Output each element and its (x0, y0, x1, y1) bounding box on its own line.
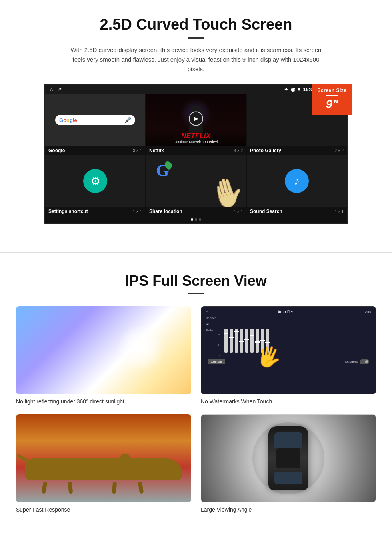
settings-app-name: Settings shortcut (48, 209, 88, 214)
netflix-overlay: NETFLIX Continue Marvel's Daredevil (146, 130, 246, 146)
location-icon: ◉ (291, 86, 295, 92)
eq-bar-1 (224, 329, 228, 353)
amp-toggle[interactable] (360, 359, 369, 364)
app-cell-google[interactable]: Google 🎤 Google 3 × 1 (45, 94, 145, 155)
cheetah-leg3 (112, 482, 117, 494)
music-icon-wrap: ♪ (285, 169, 309, 193)
google-app-size: 3 × 1 (133, 149, 142, 153)
netflix-subtitle: Continue Marvel's Daredevil (149, 140, 243, 144)
sound-search-app-name: Sound Search (250, 209, 282, 214)
amp-db-labels: 10 0 -10 (218, 333, 221, 357)
usb-icon: ⎇ (56, 87, 62, 92)
badge-divider (326, 95, 338, 96)
share-location-label-row: Share location 1 × 1 (146, 207, 246, 216)
netflix-app-size: 3 × 2 (234, 149, 243, 153)
badge-label: Screen Size (315, 88, 349, 93)
wifi-icon: ▾ (298, 86, 300, 92)
cheetah-leg4 (138, 481, 144, 494)
amp-home-icon: ⌂ (206, 310, 208, 314)
eq-bar-5 (245, 329, 248, 353)
amp-header: ⌂ Amplifier 17:33 (204, 310, 372, 314)
car-rear-window (274, 472, 302, 484)
app-cell-sound-search[interactable]: ♪ Sound Search 1 × 1 (247, 155, 347, 216)
features-grid: No light reflecting under 360° direct su… (16, 306, 376, 513)
cheetah-image (16, 414, 191, 502)
gallery-label-row: Photo Gallery 2 × 2 (247, 146, 347, 155)
feature-amplifier: ⌂ Amplifier 17:33 Balance 🔉 Fader 10 0 (201, 306, 376, 405)
car-top-view (268, 426, 308, 490)
amp-sliders-container: 10 0 -10 (218, 317, 371, 357)
status-left: ⌂ ⎇ (50, 87, 62, 92)
section1-title: 2.5D Curved Touch Screen (24, 16, 368, 33)
sound-search-app-size: 1 × 1 (334, 209, 344, 214)
ips-title-divider (188, 293, 204, 294)
title-divider (188, 37, 204, 39)
app-grid-row2: ⚙ Settings shortcut 1 × 1 G (45, 155, 347, 216)
section1-description: With 2.5D curved-display screen, this de… (66, 45, 326, 74)
amp-balance-label: Balance (206, 317, 216, 319)
ips-section: IPS Full Screen View No light reflecting… (0, 269, 392, 529)
gallery-app-size: 2 × 2 (334, 149, 344, 153)
amp-loudness-label: loudness (345, 360, 358, 363)
badge-size: 9" (315, 97, 349, 111)
app-cell-share-location[interactable]: G 🤚 Share location 1 × 1 (146, 155, 246, 216)
amp-side-labels: Balance 🔉 Fader (206, 317, 216, 357)
home-icon: ⌂ (50, 87, 53, 92)
amp-eq-bars: 🖐 (224, 325, 269, 357)
amp-footer: Custom loudness (204, 357, 372, 366)
hand-on-slider-icon: 🖐 (254, 343, 284, 371)
music-note-icon: ♪ (294, 175, 300, 187)
curved-screen-section: 2.5D Curved Touch Screen With 2.5D curve… (0, 0, 392, 236)
google-app-name: Google (48, 148, 65, 153)
netflix-app-name: Netflix (149, 148, 164, 153)
feature-sunlight: No light reflecting under 360° direct su… (16, 306, 191, 405)
dot-2 (195, 218, 197, 221)
status-bar: ⌂ ⎇ ✦ ◉ ▾ 15:06 ⊡ ♪ ⊠ ▭ (45, 85, 347, 94)
feature-car: Large Viewing Angle (201, 414, 376, 513)
settings-label-row: Settings shortcut 1 × 1 (45, 207, 145, 216)
sunlight-caption: No light reflecting under 360° direct su… (16, 398, 191, 405)
gear-icon: ⚙ (90, 175, 100, 188)
eq-bar-6 (250, 329, 254, 353)
share-location-app-name: Share location (149, 209, 182, 214)
play-button[interactable]: ▶ (189, 111, 203, 126)
bluetooth-icon: ✦ (284, 86, 288, 92)
car-caption: Large Viewing Angle (201, 506, 376, 513)
netflix-logo: NETFLIX (149, 132, 243, 140)
android-screen: ⌂ ⎇ ✦ ◉ ▾ 15:06 ⊡ ♪ ⊠ ▭ (44, 84, 348, 224)
amplifier-image: ⌂ Amplifier 17:33 Balance 🔉 Fader 10 0 (201, 306, 376, 394)
google-label-row: Google 3 × 1 (45, 146, 145, 155)
screen-mockup-wrap: Screen Size 9" ⌂ ⎇ ✦ ◉ ▾ 15:06 ⊡ (44, 84, 348, 224)
car-image (201, 414, 376, 502)
sound-search-label-row: Sound Search 1 × 1 (247, 207, 347, 216)
sound-search-preview: ♪ (247, 155, 347, 207)
eq-bar-2 (230, 329, 233, 353)
amp-custom-btn[interactable]: Custom (208, 359, 225, 364)
settings-app-preview: ⚙ (45, 155, 145, 207)
app-grid-row1: Google 🎤 Google 3 × 1 (45, 94, 347, 155)
amp-labels: Balance 🔉 Fader 10 0 -10 (204, 316, 372, 357)
settings-icon-wrap: ⚙ (83, 169, 107, 193)
pagination-dots (45, 216, 347, 223)
amp-speaker-icon: 🔉 (206, 323, 216, 326)
dot-1 (191, 218, 193, 221)
car-roof (276, 448, 300, 468)
google-logo: Google (59, 117, 77, 123)
page-divider (0, 252, 392, 253)
sunlight-image (16, 306, 191, 394)
google-search-bar[interactable]: Google 🎤 (55, 115, 135, 125)
share-location-preview: G 🤚 (146, 155, 246, 207)
app-cell-settings[interactable]: ⚙ Settings shortcut 1 × 1 (45, 155, 145, 216)
hand-pointing-icon: 🤚 (206, 172, 246, 207)
eq-bar-4 (240, 329, 243, 353)
cheetah-leg1 (41, 481, 47, 494)
amp-title: Amplifier (278, 310, 293, 314)
mic-icon: 🎤 (124, 117, 131, 123)
google-app-preview: Google 🎤 (45, 94, 145, 146)
amplifier-caption: No Watermarks When Touch (201, 398, 376, 405)
car-circle-bg (252, 422, 324, 494)
app-cell-netflix[interactable]: ▶ NETFLIX Continue Marvel's Daredevil Ne… (146, 94, 246, 155)
cheetah-body (25, 458, 182, 480)
gallery-app-name: Photo Gallery (250, 148, 281, 153)
netflix-app-preview: ▶ NETFLIX Continue Marvel's Daredevil (146, 94, 246, 146)
